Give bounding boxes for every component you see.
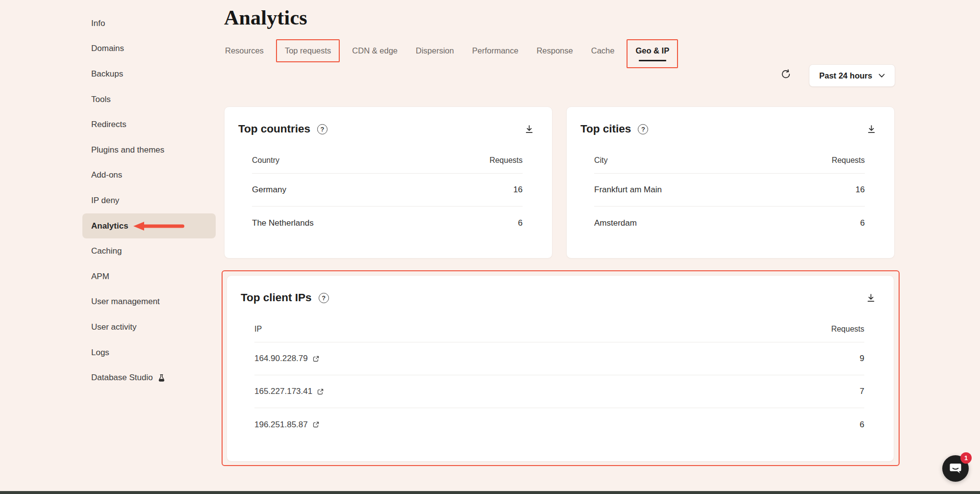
ip-link[interactable]: 165.227.173.41 bbox=[254, 387, 312, 396]
sidebar: Info Domains Backups Tools Redirects Plu… bbox=[82, 11, 216, 390]
tab-geo-ip[interactable]: Geo & IP bbox=[627, 39, 678, 68]
download-icon bbox=[524, 124, 534, 134]
help-icon[interactable]: ? bbox=[319, 293, 329, 303]
country-name: The Netherlands bbox=[252, 218, 314, 228]
time-range-label: Past 24 hours bbox=[819, 71, 872, 80]
help-icon[interactable]: ? bbox=[638, 124, 648, 134]
ip-link[interactable]: 164.90.228.79 bbox=[254, 354, 308, 364]
tab-label: Geo & IP bbox=[635, 46, 669, 55]
top-client-ips-card: Top client IPs ? IP Requests 164.90.228.… bbox=[226, 275, 894, 462]
sidebar-item-add-ons[interactable]: Add-ons bbox=[82, 163, 216, 188]
table-row: Amsterdam 6 bbox=[594, 207, 865, 239]
request-count: 9 bbox=[860, 354, 864, 364]
table-row: 196.251.85.87 6 bbox=[254, 408, 864, 441]
sidebar-item-ip-deny[interactable]: IP deny bbox=[82, 188, 216, 213]
table-row: 165.227.173.41 7 bbox=[254, 375, 864, 408]
chat-unread-badge: 1 bbox=[960, 452, 972, 464]
time-range-dropdown[interactable]: Past 24 hours bbox=[809, 64, 895, 87]
column-header: City bbox=[594, 156, 608, 165]
download-icon bbox=[866, 124, 877, 134]
download-button[interactable] bbox=[866, 293, 876, 303]
sidebar-item-backups[interactable]: Backups bbox=[82, 61, 216, 87]
city-name: Amsterdam bbox=[594, 218, 637, 228]
chat-bubble-icon bbox=[949, 462, 962, 475]
sidebar-item-tools[interactable]: Tools bbox=[82, 87, 216, 112]
sidebar-item-analytics[interactable]: Analytics bbox=[82, 213, 216, 239]
tab-dispersion[interactable]: Dispersion bbox=[410, 39, 460, 62]
table-row: Germany 16 bbox=[252, 174, 523, 207]
download-button[interactable] bbox=[524, 124, 534, 134]
tab-bar: Resources Top requests CDN & edge Disper… bbox=[219, 39, 684, 68]
top-countries-card: Top countries ? Country Requests Germany… bbox=[224, 106, 553, 259]
external-link-icon bbox=[312, 421, 320, 428]
sidebar-item-info[interactable]: Info bbox=[82, 11, 216, 36]
download-icon bbox=[866, 293, 876, 303]
refresh-icon bbox=[780, 69, 791, 79]
external-link-icon bbox=[317, 388, 324, 395]
cities-table: City Requests Frankfurt am Main 16 Amste… bbox=[594, 147, 865, 239]
tab-cache[interactable]: Cache bbox=[585, 39, 621, 62]
card-title: Top cities bbox=[580, 123, 631, 135]
card-title: Top client IPs bbox=[241, 291, 312, 304]
sidebar-item-label: Analytics bbox=[91, 221, 128, 231]
request-count: 7 bbox=[860, 387, 864, 396]
client-ips-table: IP Requests 164.90.228.79 9 165.227.173.… bbox=[254, 316, 864, 441]
chat-launcher-button[interactable]: 1 bbox=[942, 455, 969, 482]
sidebar-item-caching[interactable]: Caching bbox=[82, 238, 216, 264]
sidebar-item-domains[interactable]: Domains bbox=[82, 36, 216, 62]
sidebar-item-user-activity[interactable]: User activity bbox=[82, 314, 216, 340]
sidebar-item-user-management[interactable]: User management bbox=[82, 289, 216, 315]
card-title: Top countries bbox=[238, 123, 310, 135]
flask-icon bbox=[157, 374, 166, 382]
page-title: Analytics bbox=[224, 6, 307, 29]
sidebar-item-logs[interactable]: Logs bbox=[82, 340, 216, 365]
request-count: 16 bbox=[513, 185, 523, 195]
help-icon[interactable]: ? bbox=[317, 124, 327, 134]
tab-top-requests[interactable]: Top requests bbox=[276, 39, 340, 62]
tab-resources[interactable]: Resources bbox=[219, 39, 270, 62]
annotation-arrow-icon bbox=[133, 221, 185, 231]
sidebar-item-database-studio[interactable]: Database Studio bbox=[82, 365, 216, 390]
tab-response[interactable]: Response bbox=[530, 39, 578, 62]
download-button[interactable] bbox=[866, 124, 877, 134]
countries-table: Country Requests Germany 16 The Netherla… bbox=[252, 147, 523, 239]
tab-performance[interactable]: Performance bbox=[466, 39, 524, 62]
request-count: 6 bbox=[860, 218, 865, 228]
column-header: Requests bbox=[489, 156, 523, 165]
bottom-edge-bar bbox=[0, 491, 980, 494]
ip-link[interactable]: 196.251.85.87 bbox=[254, 420, 308, 430]
chevron-down-icon bbox=[879, 74, 885, 78]
country-name: Germany bbox=[252, 185, 286, 195]
refresh-button[interactable] bbox=[779, 67, 793, 81]
sidebar-item-redirects[interactable]: Redirects bbox=[82, 112, 216, 137]
external-link-icon bbox=[312, 355, 320, 363]
column-header: Country bbox=[252, 156, 279, 165]
table-row: The Netherlands 6 bbox=[252, 207, 523, 239]
request-count: 6 bbox=[518, 218, 523, 228]
table-header-row: IP Requests bbox=[254, 316, 864, 342]
table-row: Frankfurt am Main 16 bbox=[594, 174, 865, 207]
table-header-row: Country Requests bbox=[252, 147, 523, 174]
tab-cdn-edge[interactable]: CDN & edge bbox=[346, 39, 403, 62]
sidebar-item-plugins-and-themes[interactable]: Plugins and themes bbox=[82, 137, 216, 163]
table-header-row: City Requests bbox=[594, 147, 865, 174]
request-count: 6 bbox=[860, 420, 864, 430]
top-cities-card: Top cities ? City Requests Frankfurt am … bbox=[566, 106, 895, 259]
sidebar-item-label: Database Studio bbox=[91, 373, 153, 383]
city-name: Frankfurt am Main bbox=[594, 185, 662, 195]
table-row: 164.90.228.79 9 bbox=[254, 342, 864, 375]
column-header: IP bbox=[254, 325, 262, 334]
request-count: 16 bbox=[855, 185, 865, 195]
column-header: Requests bbox=[831, 325, 864, 334]
column-header: Requests bbox=[831, 156, 865, 165]
active-tab-underline bbox=[639, 60, 666, 61]
sidebar-item-apm[interactable]: APM bbox=[82, 264, 216, 289]
